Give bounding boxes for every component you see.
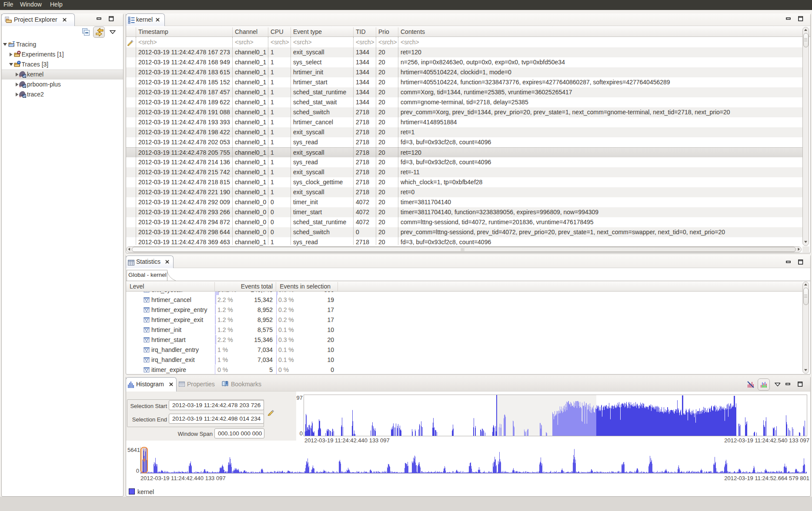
svg-text:T: T [13, 41, 15, 45]
